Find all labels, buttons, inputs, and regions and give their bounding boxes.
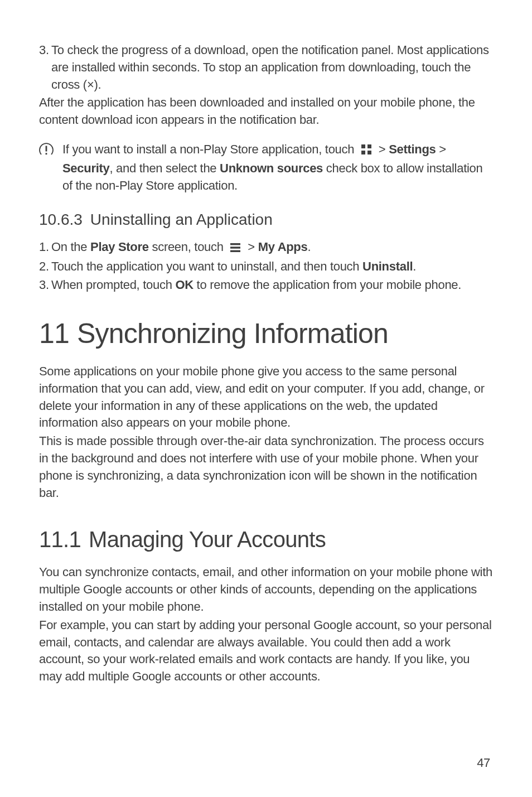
heading-11: 11Synchronizing Information (39, 314, 493, 353)
svg-rect-8 (230, 247, 240, 248)
heading-number: 11.1 (39, 524, 81, 555)
alert-icon (39, 149, 54, 158)
text: To check the progress of a download, ope… (51, 43, 489, 57)
apps-grid-icon (361, 143, 372, 160)
text: screen, touch (149, 240, 227, 254)
step-number: 1. (39, 239, 51, 258)
step-number: 2. (39, 258, 51, 276)
bold-ok: OK (175, 278, 193, 292)
step-number: 3. (39, 277, 51, 294)
ordered-step-3: 3. To check the progress of a download, … (39, 42, 493, 93)
heading-number: 10.6.3 (39, 209, 83, 230)
svg-rect-3 (367, 144, 371, 148)
bold-settings: Settings (389, 142, 436, 156)
uninstall-step-3: 3. When prompted, touch OK to remove the… (39, 277, 493, 294)
page-number: 47 (477, 755, 490, 772)
uninstall-step-2: 2. Touch the application you want to uni… (39, 258, 493, 276)
text: > (375, 142, 389, 156)
menu-icon (230, 240, 241, 258)
svg-rect-9 (230, 250, 240, 252)
sync-paragraph-1: Some applications on your mobile phone g… (39, 363, 493, 432)
text: . (413, 259, 416, 273)
svg-rect-1 (46, 153, 47, 154)
svg-rect-4 (361, 151, 365, 154)
text: Touch the application you want to uninst… (51, 259, 362, 273)
text: > (436, 142, 446, 156)
text: cross (×). (51, 78, 101, 91)
heading-number: 11 (39, 314, 69, 353)
uninstall-step-1: 1. On the Play Store screen, touch > My … (39, 239, 493, 258)
note-body: If you want to install a non-Play Store … (62, 141, 493, 194)
heading-11-1: 11.1Managing Your Accounts (39, 524, 493, 555)
step-body: To check the progress of a download, ope… (51, 42, 489, 93)
heading-title: Synchronizing Information (77, 318, 388, 349)
accounts-paragraph-2: For example, you can start by adding you… (39, 617, 493, 685)
text: are installed within seconds. To stop an… (51, 60, 471, 74)
text: When prompted, touch (51, 278, 175, 292)
bold-play-store: Play Store (90, 240, 149, 254)
step-body: When prompted, touch OK to remove the ap… (51, 277, 461, 294)
note-block: If you want to install a non-Play Store … (39, 141, 493, 194)
text: > (244, 240, 258, 254)
paragraph-after-download: After the application has been downloade… (39, 94, 493, 129)
text: If you want to install a non-Play Store … (62, 142, 357, 156)
note-icon-wrap (39, 141, 62, 194)
step-body: Touch the application you want to uninst… (51, 258, 416, 276)
text: , and then select the (109, 161, 220, 175)
sync-paragraph-2: This is made possible through over-the-a… (39, 433, 493, 501)
bold-uninstall: Uninstall (362, 259, 413, 273)
text: to remove the application from your mobi… (194, 278, 461, 292)
svg-rect-5 (367, 151, 371, 154)
svg-rect-7 (230, 243, 240, 245)
svg-rect-0 (46, 146, 47, 151)
step-number: 3. (39, 42, 51, 93)
heading-title: Uninstalling an Application (90, 211, 273, 228)
bold-security: Security (62, 161, 109, 175)
svg-rect-2 (361, 144, 365, 148)
heading-10-6-3: 10.6.3Uninstalling an Application (39, 209, 493, 230)
text: . (307, 240, 311, 254)
bold-my-apps: My Apps (258, 240, 308, 254)
step-body: On the Play Store screen, touch > My App… (51, 239, 311, 258)
bold-unknown-sources: Unknown sources (220, 161, 323, 175)
text: On the (51, 240, 90, 254)
heading-title: Managing Your Accounts (89, 527, 326, 552)
accounts-paragraph-1: You can synchronize contacts, email, and… (39, 564, 493, 615)
